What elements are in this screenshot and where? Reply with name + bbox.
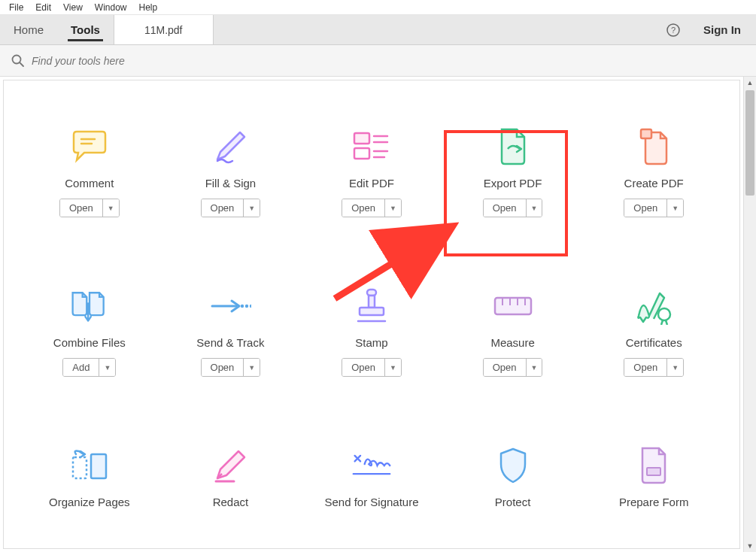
open-button[interactable]: Open (342, 359, 385, 376)
dropdown-icon[interactable]: ▼ (527, 359, 542, 376)
svg-rect-28 (73, 457, 87, 478)
tool-label: Certificates (626, 336, 682, 349)
tool-label: Export PDF (484, 177, 542, 190)
dropdown-icon[interactable]: ▼ (385, 199, 401, 217)
tool-label: Protect (495, 496, 531, 508)
tool-label: Prepare Form (619, 496, 689, 508)
scroll-up-icon[interactable]: ▲ (744, 77, 756, 89)
tab-home[interactable]: Home (0, 15, 57, 44)
tool-label: Combine Files (53, 336, 126, 349)
svg-rect-12 (641, 129, 651, 138)
dropdown-icon[interactable]: ▼ (527, 199, 542, 217)
dropdown-icon[interactable]: ▼ (667, 359, 683, 376)
tool-combine-files[interactable]: Combine Files Add ▼ (19, 285, 160, 377)
open-button[interactable]: Open (60, 199, 103, 217)
svg-rect-6 (354, 133, 369, 144)
open-button[interactable]: Open (624, 199, 667, 217)
tool-stamp[interactable]: Stamp Open ▼ (301, 285, 442, 377)
scroll-thumb[interactable] (745, 90, 754, 196)
menu-edit[interactable]: Edit (29, 1, 57, 14)
send-icon (209, 285, 251, 327)
open-button[interactable]: Open (624, 359, 667, 376)
menu-help[interactable]: Help (133, 1, 164, 14)
tool-label: Edit PDF (349, 177, 394, 190)
svg-rect-32 (647, 468, 660, 475)
svg-point-16 (245, 305, 248, 308)
redact-icon (209, 444, 251, 487)
comment-icon (68, 126, 111, 168)
help-icon[interactable]: ? (658, 15, 688, 44)
tool-edit-pdf[interactable]: Edit PDF Open ▼ (301, 126, 442, 217)
ruler-icon (492, 285, 534, 327)
vertical-scrollbar[interactable]: ▲ ▼ (743, 77, 756, 552)
menu-file[interactable]: File (3, 1, 29, 14)
pen-icon (209, 126, 251, 168)
svg-point-27 (658, 308, 670, 320)
scroll-down-icon[interactable]: ▼ (744, 540, 756, 552)
tab-tools[interactable]: Tools (57, 15, 114, 44)
search-input[interactable] (32, 55, 745, 67)
stamp-icon (351, 285, 393, 327)
dropdown-icon[interactable]: ▼ (244, 359, 260, 376)
dropdown-icon[interactable]: ▼ (103, 199, 119, 217)
dropdown-icon[interactable]: ▼ (244, 199, 260, 217)
tool-label: Send for Signature (324, 496, 418, 508)
shield-icon (492, 444, 534, 487)
tool-label: Redact (213, 496, 249, 508)
signature-icon (351, 444, 393, 487)
menu-window[interactable]: Window (89, 1, 133, 14)
certificate-icon (633, 285, 675, 327)
svg-rect-7 (354, 148, 369, 159)
menu-view[interactable]: View (57, 1, 89, 14)
open-button[interactable]: Open (484, 199, 527, 217)
tool-send-track[interactable]: Send & Track Open ▼ (160, 285, 302, 377)
open-button[interactable]: Open (202, 199, 244, 217)
tool-fill-sign[interactable]: Fill & Sign Open ▼ (160, 126, 302, 217)
tool-send-signature[interactable]: Send for Signature (301, 444, 442, 508)
open-button[interactable]: Open (342, 199, 385, 217)
tool-label: Organize Pages (49, 496, 130, 508)
menubar: File Edit View Window Help (0, 0, 756, 15)
tab-document[interactable]: 11M.pdf (114, 15, 214, 44)
form-icon (633, 444, 675, 487)
tool-create-pdf[interactable]: Create PDF Open ▼ (583, 126, 724, 217)
tool-label: Stamp (355, 336, 387, 349)
tool-measure[interactable]: Measure Open ▼ (442, 285, 584, 377)
create-icon (633, 126, 675, 168)
dropdown-icon[interactable]: ▼ (667, 199, 683, 217)
edit-icon (351, 126, 393, 168)
tool-label: Measure (490, 336, 534, 349)
combine-icon (68, 285, 111, 327)
dropdown-icon[interactable]: ▼ (385, 359, 401, 376)
tabbar: Home Tools 11M.pdf ? Sign In (0, 15, 756, 45)
tool-export-pdf[interactable]: Export PDF Open ▼ (442, 126, 584, 217)
svg-point-2 (13, 55, 21, 63)
svg-rect-19 (369, 296, 375, 308)
tools-panel: Comment Open ▼ Fill & Sign Open ▼ (3, 80, 740, 549)
dropdown-icon[interactable]: ▼ (99, 359, 115, 376)
svg-point-17 (250, 305, 251, 308)
tool-prepare-form[interactable]: Prepare Form (583, 444, 724, 508)
tool-label: Create PDF (624, 177, 684, 190)
tool-organize-pages[interactable]: Organize Pages (19, 444, 160, 508)
tool-label: Fill & Sign (205, 177, 257, 190)
open-button[interactable]: Open (202, 359, 244, 376)
add-button[interactable]: Add (63, 359, 99, 376)
tool-redact[interactable]: Redact (160, 444, 302, 508)
organize-icon (68, 444, 111, 487)
open-button[interactable]: Open (484, 359, 527, 376)
svg-rect-29 (91, 454, 106, 478)
tool-certificates[interactable]: Certificates Open ▼ (583, 285, 724, 377)
searchbar (0, 45, 756, 77)
export-icon (492, 126, 534, 168)
search-icon (11, 53, 26, 68)
tool-comment[interactable]: Comment Open ▼ (19, 126, 160, 217)
svg-point-15 (241, 305, 244, 308)
sign-in-button[interactable]: Sign In (688, 15, 756, 44)
svg-text:?: ? (671, 26, 676, 35)
tool-protect[interactable]: Protect (442, 444, 584, 508)
svg-line-3 (20, 62, 24, 66)
tool-label: Send & Track (196, 336, 264, 349)
tool-label: Comment (65, 177, 114, 190)
svg-rect-20 (360, 308, 384, 315)
